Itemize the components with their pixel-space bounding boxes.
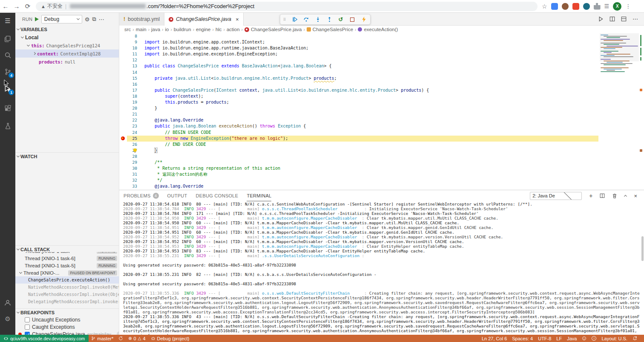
breadcrumb-item-ChangeSalesPrice.java[interactable]: ChangeSalesPrice.java — [244, 27, 302, 32]
breadcrumb-item-java[interactable]: java — [151, 27, 160, 32]
url-bar[interactable]: ▲ 不安全 | .com/?folder=%2Fhome%2Fcoder%2Fp… — [36, 2, 538, 11]
code-line-9[interactable]: 9import io.buildrun.engine.app.context.I… — [119, 39, 644, 45]
minimap[interactable] — [600, 33, 639, 190]
remote-indicator[interactable]: qciuv9fh.vscode.dev.devopseasy.com — [0, 335, 89, 342]
breadcrumb-item-executeAction()[interactable]: executeAction() — [358, 27, 398, 32]
sync-status[interactable] — [116, 335, 126, 342]
breadcrumb-item-src[interactable]: src — [124, 27, 131, 32]
search-icon[interactable] — [0, 48, 15, 62]
maximize-panel-icon[interactable] — [624, 195, 627, 198]
variables-scope-local[interactable]: Local — [15, 33, 119, 41]
bookmark-star-icon[interactable]: ☆ — [542, 3, 547, 10]
code-line-16[interactable]: 16 — [119, 81, 644, 87]
terminal-output[interactable]: 2020-09-27 11:38:54.618 INFO 80 --- [mai… — [123, 202, 641, 335]
extensions-icon[interactable] — [0, 101, 15, 116]
terminal-scrollbar[interactable] — [641, 236, 644, 261]
debug-settings-gear-icon[interactable]: ⚙ — [85, 16, 90, 23]
step-out-button[interactable] — [326, 16, 333, 23]
start-debug-button[interactable] — [35, 17, 39, 21]
variable-row-this[interactable]: this:ChangeSalesPrice@124 — [15, 41, 119, 49]
indentation-status[interactable]: Spaces: 4 — [509, 335, 535, 342]
step-over-button[interactable] — [303, 16, 310, 23]
problems-status[interactable]: ⊗0 △4 — [126, 335, 148, 342]
code-line-10[interactable]: 10import io.buildrun.engine.app.runtime.… — [119, 45, 644, 51]
code-line-8[interactable]: 8 — [119, 33, 644, 39]
hot-code-replace-icon[interactable] — [360, 16, 367, 23]
thread-row[interactable]: Thread [XNIO-...PAUSED ON BREAKPOINT — [15, 269, 119, 276]
debug-status[interactable]: Debug (project) — [148, 335, 192, 342]
breadcrumb-item-hlc[interactable]: hlc — [216, 27, 222, 32]
breakpoint-checkbox[interactable] — [25, 325, 30, 330]
breakpoint-checkbox[interactable] — [25, 317, 30, 322]
browser-menu-icon[interactable]: ⋮ — [625, 3, 631, 9]
close-panel-icon[interactable]: × — [634, 193, 637, 199]
browser-reload-icon[interactable]: ⟳ — [22, 3, 33, 10]
code-line-23[interactable]: 23 public java.lang.Boolean executeActio… — [119, 123, 644, 129]
code-line-19[interactable]: 19 this.products = products; — [119, 99, 644, 105]
open-debug-console-icon[interactable]: ⧉ — [92, 16, 96, 23]
gutter[interactable] — [119, 136, 126, 140]
step-into-button[interactable] — [314, 16, 321, 23]
code-line-32[interactable]: 32 */ — [119, 177, 644, 183]
code-line-13[interactable]: 13public class ChangeSalesPrice extends … — [119, 63, 644, 69]
thread-row[interactable]: Thread [XNIO-1 task-5]RUNNING — [15, 262, 119, 269]
code-line-29[interactable]: 29 /** — [119, 159, 644, 165]
settings-gear-icon[interactable]: ⚙ — [0, 312, 15, 326]
browser-avatar[interactable]: X — [613, 2, 621, 11]
variable-row-products[interactable]: products:null — [15, 58, 119, 66]
tab-bootstrap.yml[interactable]: !bootstrap.yml — [119, 13, 164, 26]
source-control-icon[interactable]: 4 — [0, 64, 15, 79]
reading-list-icon[interactable]: ☰ — [604, 3, 610, 9]
code-line-21[interactable]: 21 — [119, 111, 644, 117]
toolbar-drag-handle[interactable]: ⠿ — [283, 18, 287, 21]
code-line-30[interactable]: 30 * Returns a string representation of … — [119, 165, 644, 171]
keyboard-layout-status[interactable]: Layout: U.S. — [599, 335, 630, 342]
continue-button[interactable] — [291, 16, 298, 23]
watch-section-header[interactable]: WATCH — [15, 152, 119, 160]
translate-extension-icon[interactable] — [551, 3, 558, 10]
code-view[interactable]: 89import io.buildrun.engine.app.context.… — [119, 33, 644, 190]
panel-tab-problems[interactable]: PROBLEMS4 — [124, 190, 159, 201]
puzzle-extensions-icon[interactable] — [594, 3, 601, 10]
code-line-15[interactable]: 15 private java.util.List<io.buildrun.en… — [119, 75, 644, 81]
code-line-18[interactable]: 18 super(context); — [119, 93, 644, 99]
menu-hamburger-icon[interactable]: ☰ — [0, 14, 15, 28]
close-icon[interactable]: × — [236, 16, 239, 23]
code-line-31[interactable]: 31 * 返回这个action的名称 — [119, 171, 644, 177]
code-line-14[interactable]: 14 — [119, 70, 644, 75]
split-editor-icon[interactable] — [610, 16, 615, 22]
eol-status[interactable]: LF — [554, 335, 564, 342]
kill-terminal-trash-icon[interactable] — [612, 193, 617, 199]
feedback-smiley-icon[interactable] — [579, 335, 589, 342]
breakpoint-row-caught-exceptions[interactable]: Caught Exceptions — [15, 323, 119, 330]
panel-tab-output[interactable]: OUTPUT — [167, 190, 187, 201]
editor-more-actions-icon[interactable]: ⋯ — [632, 16, 638, 22]
breadcrumb-item-buildrun[interactable]: buildrun — [174, 27, 191, 32]
stack-frame[interactable]: DelegatingMethodAccessorImpl.invoke(C — [15, 298, 119, 305]
variables-section-header[interactable]: VARIABLES — [15, 26, 119, 33]
panel-tab-debug-console[interactable]: DEBUG CONSOLE — [196, 190, 239, 201]
run-file-icon[interactable] — [598, 16, 604, 22]
breadcrumb-item-ChangeSalesPrice[interactable]: ChangeSalesPrice — [307, 27, 353, 32]
tab-ChangeSalesPrice.java[interactable]: ChangeSalesPrice.java× — [164, 13, 244, 26]
browser-forward-icon[interactable]: → — [11, 3, 22, 10]
git-branch-status[interactable]: master* — [89, 335, 116, 342]
code-line-20[interactable]: 20 } — [119, 105, 644, 111]
explorer-icon[interactable] — [0, 32, 15, 46]
browser-back-icon[interactable]: ← — [0, 3, 11, 10]
code-line-33[interactable]: 33 @java.lang.Override — [119, 183, 644, 189]
proxy-extension-icon[interactable] — [572, 3, 579, 10]
split-terminal-icon[interactable] — [600, 193, 605, 198]
code-line-24[interactable]: 24 // BEGIN USER CODE — [119, 130, 644, 136]
breakpoint-row-uncaught-exceptions[interactable]: Uncaught Exceptions — [15, 316, 119, 323]
breadcrumb-item-io[interactable]: io — [165, 27, 169, 32]
code-line-22[interactable]: 22 @java.lang.Override — [119, 117, 644, 123]
variable-row-context[interactable]: context:ContextImpl@128 — [15, 49, 119, 58]
info-icon[interactable]: i — [589, 335, 599, 342]
new-terminal-icon[interactable]: + — [589, 192, 592, 199]
thread-row[interactable]: Thread [XNIO-1 task-6]RUNNING — [15, 255, 119, 262]
panel-tab-terminal[interactable]: TERMINAL — [247, 190, 271, 201]
debug-config-select[interactable]: Debug — [41, 15, 82, 23]
stack-frame[interactable]: NativeMethodAccessorImpl.invoke0(Meth — [15, 284, 119, 291]
testing-beaker-icon[interactable] — [0, 119, 15, 133]
